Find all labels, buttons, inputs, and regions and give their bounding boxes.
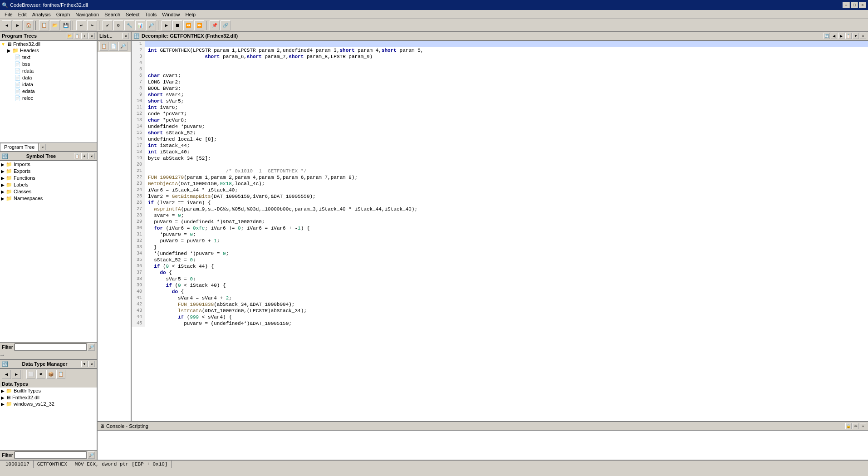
code-line-18[interactable]: 18 int iStack_40; (132, 149, 868, 155)
tree-item-bss[interactable]: 📄 bss (0, 61, 97, 68)
tree-item-edata[interactable]: 📄 edata (0, 88, 97, 95)
toolbar-btn-7[interactable]: ↩ (76, 20, 86, 30)
program-tree-btn-3[interactable]: + (81, 33, 88, 39)
symbol-imports[interactable]: ▶ 📁 Imports (0, 161, 97, 168)
program-tree-close-tab[interactable]: × (39, 144, 46, 150)
code-line-30[interactable]: 30 for (iVar6 = 0xfe; iVar6 != 0; iVar6 … (132, 225, 868, 231)
program-tree-tab[interactable]: Program Tree (0, 143, 39, 151)
code-line-13[interactable]: 13 char *pcVar8; (132, 117, 868, 123)
program-tree-btn-2[interactable]: 📋 (74, 33, 80, 39)
code-line-15[interactable]: 15 short sStack_52; (132, 130, 868, 136)
code-line-25[interactable]: 25 lVar2 = GetBitmapBits(DAT_10005150,iV… (132, 193, 868, 200)
dtm-filter-input[interactable] (15, 451, 87, 459)
code-line-5[interactable]: 5 (132, 66, 868, 73)
symbol-namespaces[interactable]: ▶ 📁 Namespaces (0, 195, 97, 202)
code-line-10[interactable]: 10 short sVar5; (132, 98, 868, 104)
decompile-btn-3[interactable]: 📋 (845, 33, 852, 39)
tree-item-data[interactable]: 📄 data (0, 74, 97, 81)
code-line-37[interactable]: 37 do { (132, 270, 868, 276)
dtm-toolbar-btn2[interactable]: ▶ (12, 370, 21, 379)
minimize-button[interactable]: − (843, 2, 850, 8)
toolbar-btn-4[interactable]: 📋 (39, 20, 49, 30)
toolbar-btn-8[interactable]: ↪ (87, 20, 97, 30)
dtm-fnthex32[interactable]: ▶ 🖥 Fnthex32.dll (0, 394, 97, 401)
toolbar-btn-2[interactable]: ▶ (13, 20, 23, 30)
code-line-39[interactable]: 39 if (0 < iStack_40) { (132, 282, 868, 289)
menu-item-help[interactable]: Help (182, 11, 198, 18)
dtm-btn-expand[interactable]: ▼ (81, 361, 88, 367)
toolbar-btn-11[interactable]: 🔧 (124, 20, 134, 30)
code-line-14[interactable]: 14 undefined4 *puVar9; (132, 123, 868, 130)
toolbar-btn-6[interactable]: 💾 (61, 20, 71, 30)
code-line-27[interactable]: 27 wsprintfA(param_9,s_-DG%s,%05d,%03d,_… (132, 206, 868, 212)
code-line-42[interactable]: 42 FUN_10001838(abStack_34,&DAT_1000b004… (132, 301, 868, 308)
dtm-toolbar-btn5[interactable]: 📦 (46, 370, 55, 379)
code-line-22[interactable]: 22 FUN_10001270(param_1,param_2,param_4,… (132, 174, 868, 181)
code-line-8[interactable]: 8 BOOL BVar3; (132, 85, 868, 92)
list-tool-1[interactable]: 📋 (99, 42, 108, 51)
code-line-40[interactable]: 40 do { (132, 289, 868, 295)
toolbar-btn-19[interactable]: 🔗 (221, 20, 230, 30)
toolbar-btn-9[interactable]: ✔ (103, 20, 113, 30)
code-line-21[interactable]: 21 /* 0x1010 1 GETFONTHEX */ (132, 168, 868, 174)
symbol-functions[interactable]: ▶ 📁 Functions (0, 175, 97, 182)
code-line-36[interactable]: 36 if (0 < iStack_44) { (132, 263, 868, 270)
code-line-35[interactable]: 35 sStack_52 = 0; (132, 257, 868, 263)
program-tree-btn-1[interactable]: 📂 (67, 33, 73, 39)
toolbar-btn-15[interactable]: ⏹ (172, 20, 182, 30)
code-line-11[interactable]: 11 int iVar6; (132, 104, 868, 111)
drag-handle[interactable]: → (0, 352, 5, 359)
symbol-filter-input[interactable] (15, 344, 87, 351)
program-tree-close[interactable]: × (88, 33, 95, 39)
code-line-19[interactable]: 19 byte abStack_34 [52]; (132, 155, 868, 162)
menu-item-tools[interactable]: Tools (142, 11, 160, 18)
toolbar-btn-18[interactable]: 📌 (210, 20, 220, 30)
console-body[interactable] (98, 431, 868, 460)
code-line-4[interactable]: 4 (132, 60, 868, 66)
code-line-2[interactable]: 2 int GETFONTHEX(LPCSTR param_1,LPCSTR p… (132, 47, 868, 54)
tree-item-idata[interactable]: 📄 idata (0, 81, 97, 88)
symbol-labels[interactable]: ▶ 📁 Labels (0, 182, 97, 188)
toolbar-btn-17[interactable]: ⏩ (194, 20, 204, 30)
close-button[interactable]: × (859, 2, 866, 8)
menu-item-window[interactable]: Window (159, 11, 182, 18)
dtm-toolbar-btn1[interactable]: ◀ (2, 370, 11, 379)
code-line-43[interactable]: 43 lstrcatA(&DAT_10007d60,(LPCSTR)abStac… (132, 308, 868, 314)
menu-item-navigation[interactable]: Navigation (73, 11, 102, 18)
console-lock-btn[interactable]: 🔒 (845, 423, 852, 429)
toolbar-btn-13[interactable]: 🔎 (146, 20, 156, 30)
dtm-filter-submit-btn[interactable]: 🔎 (88, 451, 95, 459)
code-line-16[interactable]: 16 undefined local_4c [8]; (132, 136, 868, 142)
toolbar-btn-16[interactable]: ⏪ (183, 20, 193, 30)
code-line-12[interactable]: 12 code *pcVar7; (132, 111, 868, 117)
code-line-28[interactable]: 28 sVar4 = 0; (132, 212, 868, 219)
tree-item-reloc[interactable]: 📄 reloc (0, 95, 97, 102)
code-line-17[interactable]: 17 int iStack_44; (132, 142, 868, 149)
toolbar-btn-3[interactable]: 🏠 (24, 20, 34, 30)
dtm-close[interactable]: × (88, 361, 95, 367)
dtm-toolbar-btn6[interactable]: 📋 (56, 370, 65, 379)
console-edit-btn[interactable]: ✏ (853, 423, 859, 429)
code-line-6[interactable]: 6 char cVar1; (132, 73, 868, 79)
dtm-windows[interactable]: ▶ 📁 windows_vs12_32 (0, 401, 97, 407)
toolbar-btn-1[interactable]: ◀ (2, 20, 12, 30)
menu-item-file[interactable]: File (2, 11, 15, 18)
dtm-builtin[interactable]: ▶ 📁 BuiltInTypes (0, 388, 97, 394)
toolbar-btn-5[interactable]: 📂 (50, 20, 60, 30)
code-line-3[interactable]: 3 short param_6,short param_7,short para… (132, 54, 868, 60)
code-line-23[interactable]: 23 GetObjectA(DAT_10005150,0x18,local_4c… (132, 181, 868, 187)
tree-item-fnthex32[interactable]: ▼ 🖥 Fnthex32.dll (0, 41, 97, 47)
menu-item-search[interactable]: Search (102, 11, 123, 18)
tree-item-headers[interactable]: ▶ 📁 Headers (0, 47, 97, 54)
menu-item-edit[interactable]: Edit (15, 11, 29, 18)
code-line-31[interactable]: 31 *puVar9 = 0; (132, 231, 868, 238)
toolbar-btn-14[interactable]: ▶ (162, 20, 172, 30)
code-line-34[interactable]: 34 *(undefined *)puVar9 = 0; (132, 250, 868, 257)
decompile-btn-4[interactable]: ▼ (853, 33, 859, 39)
decompile-refresh[interactable]: 🔄 (824, 33, 830, 39)
code-line-44[interactable]: 44 if (999 < sVar4) { (132, 314, 868, 320)
decompile-btn-1[interactable]: ◀ (831, 33, 837, 39)
list-tool-3[interactable]: 🔎 (118, 42, 128, 51)
filter-submit-btn[interactable]: 🔎 (88, 344, 95, 351)
symbol-tree-btn-1[interactable]: 📋 (74, 153, 80, 159)
